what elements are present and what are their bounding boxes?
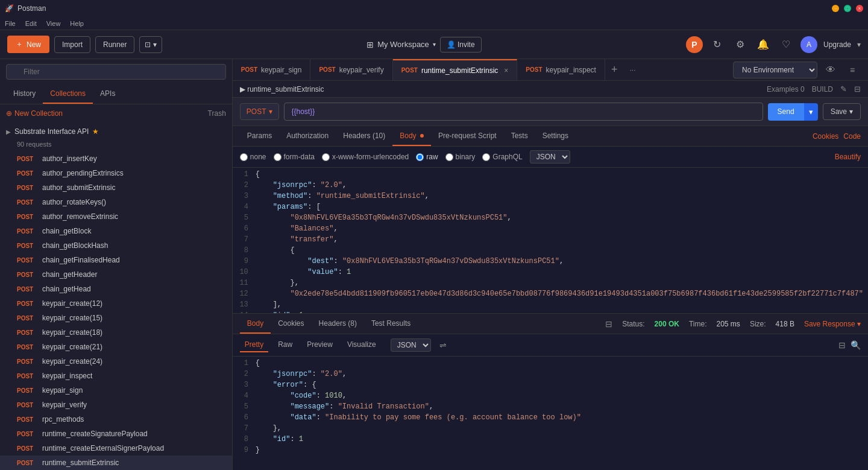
tab-runtime-submit[interactable]: POST runtime_submitExtrinsic × (393, 59, 518, 81)
list-item[interactable]: POST author_pendingExtrinsics (0, 166, 232, 180)
tab-keypair-verify[interactable]: POST keypair_verify (310, 59, 392, 81)
resp-opt-pretty[interactable]: Pretty (240, 338, 268, 352)
environment-selector[interactable]: No Environment (733, 62, 817, 78)
list-item[interactable]: POST author_insertKey (0, 151, 232, 166)
option-graphql[interactable]: GraphQL (482, 153, 522, 161)
list-item[interactable]: POST author_removeExtrinsic (0, 209, 232, 224)
search-response-button[interactable]: 🔍 (851, 340, 861, 350)
radio-raw[interactable] (416, 153, 424, 161)
list-item[interactable]: POST runtime_createSignaturePayload (0, 427, 232, 441)
resp-tab-body[interactable]: Body (240, 314, 271, 334)
list-item[interactable]: POST chain_getHeader (0, 267, 232, 282)
notifications-icon[interactable]: 🔔 (755, 36, 772, 53)
resp-tab-headers[interactable]: Headers (8) (312, 314, 364, 334)
tab-settings[interactable]: Settings (535, 127, 576, 146)
list-item[interactable]: POST keypair_create(24) (0, 354, 232, 369)
settings-icon[interactable]: ⚙ (732, 36, 749, 53)
collection-header[interactable]: ▶ Substrate Interface API ★ (0, 122, 232, 141)
menu-file[interactable]: File (5, 20, 16, 27)
new-collection-button[interactable]: ⊕ New Collection (6, 109, 63, 118)
resp-opt-preview[interactable]: Preview (302, 338, 338, 352)
copy-response-button[interactable]: ⊟ (838, 340, 846, 350)
menu-help[interactable]: Help (70, 20, 84, 27)
beautify-button[interactable]: Beautify (835, 153, 861, 161)
environment-edit-icon[interactable]: ≡ (844, 62, 861, 78)
build-button[interactable]: BUILD (812, 85, 833, 94)
workspace-button[interactable]: ⊞ My Workspace ▾ (366, 40, 436, 49)
wrap-lines-button[interactable]: ⇌ (439, 340, 447, 350)
method-selector[interactable]: POST ▾ (240, 103, 279, 120)
list-item[interactable]: POST rpc_methods (0, 412, 232, 427)
list-item[interactable]: POST chain_getFinalisedHead (0, 253, 232, 267)
resp-tab-test-results[interactable]: Test Results (364, 314, 418, 334)
request-body-editor[interactable]: 1 { 2 "jsonrpc": "2.0", 3 "method": "run… (233, 168, 868, 313)
list-item[interactable]: POST keypair_sign (0, 383, 232, 398)
tab-headers[interactable]: Headers (10) (336, 127, 392, 146)
list-item[interactable]: POST runtime_createExternalSignerPayload (0, 441, 232, 456)
list-item[interactable]: POST keypair_create(12) (0, 296, 232, 311)
layout-toggle[interactable]: ⊡ ▾ (139, 36, 162, 53)
environment-settings-icon[interactable]: 👁 (822, 62, 839, 78)
list-item[interactable]: POST keypair_inspect (0, 369, 232, 383)
edit-icon-button[interactable]: ✎ (840, 84, 847, 94)
tab-params[interactable]: Params (240, 127, 279, 146)
new-button[interactable]: ＋ New (7, 36, 49, 53)
radio-graphql[interactable] (482, 153, 490, 161)
menu-view[interactable]: View (46, 20, 61, 27)
option-urlencoded[interactable]: x-www-form-urlencoded (322, 153, 409, 161)
code-snippet-button[interactable]: ⊟ (854, 84, 861, 94)
save-response-button[interactable]: Save Response ▾ (804, 320, 861, 328)
list-item[interactable]: POST chain_getHead (0, 282, 232, 296)
tab-tests[interactable]: Tests (504, 127, 535, 146)
cookies-link[interactable]: Cookies (813, 132, 838, 141)
radio-form-data[interactable] (274, 153, 281, 161)
url-input[interactable] (284, 103, 763, 121)
option-raw[interactable]: raw (416, 153, 438, 161)
resp-tab-cookies[interactable]: Cookies (271, 314, 311, 334)
option-none[interactable]: none (240, 153, 266, 161)
add-tab-button[interactable]: + (605, 63, 624, 76)
maximize-button[interactable]: □ (844, 5, 851, 12)
tab-keypair-inspect[interactable]: POST keypair_inspect (517, 59, 605, 81)
upgrade-chevron[interactable]: ▾ (857, 40, 861, 49)
trash-link[interactable]: Trash (208, 109, 226, 118)
search-input[interactable] (6, 64, 226, 80)
list-item-active[interactable]: POST runtime_submitExtrinsic (0, 456, 232, 470)
option-binary[interactable]: binary (445, 153, 476, 161)
send-button[interactable]: Send (768, 103, 804, 121)
code-link[interactable]: Code (843, 132, 861, 141)
examples-button[interactable]: Examples 0 (767, 85, 805, 94)
heart-icon[interactable]: ♡ (778, 36, 794, 53)
sidebar-tab-history[interactable]: History (6, 84, 43, 104)
profile-icon[interactable]: A (800, 36, 817, 53)
invite-button[interactable]: 👤 Invite (440, 37, 482, 52)
tab-pre-request[interactable]: Pre-request Script (431, 127, 504, 146)
tab-close-icon[interactable]: × (504, 66, 508, 75)
list-item[interactable]: POST keypair_create(21) (0, 340, 232, 354)
radio-urlencoded[interactable] (322, 153, 330, 161)
list-item[interactable]: POST keypair_verify (0, 398, 232, 412)
send-dropdown-button[interactable]: ▾ (804, 103, 818, 121)
more-tabs-button[interactable]: ··· (623, 66, 641, 74)
sidebar-tab-apis[interactable]: APIs (93, 84, 122, 104)
user-avatar[interactable]: P (686, 36, 703, 53)
tab-body[interactable]: Body (392, 127, 431, 146)
radio-binary[interactable] (445, 153, 453, 161)
list-item[interactable]: POST keypair_create(18) (0, 325, 232, 340)
import-button[interactable]: Import (54, 36, 90, 53)
list-item[interactable]: POST author_rotateKeys() (0, 195, 232, 209)
sync-icon[interactable]: ↻ (709, 36, 726, 53)
upgrade-button[interactable]: Upgrade (823, 40, 851, 49)
response-format-selector[interactable]: JSON (391, 338, 431, 352)
tab-keypair-sign[interactable]: POST keypair_sign (233, 59, 311, 81)
option-form-data[interactable]: form-data (274, 153, 315, 161)
minimize-button[interactable]: － (832, 5, 839, 12)
list-item[interactable]: POST keypair_create(15) (0, 311, 232, 325)
radio-none[interactable] (240, 153, 248, 161)
sidebar-tab-collections[interactable]: Collections (43, 84, 93, 104)
list-item[interactable]: POST author_submitExtrinsic (0, 180, 232, 195)
format-selector[interactable]: JSON (530, 150, 570, 164)
close-button[interactable]: × (856, 5, 863, 12)
list-item[interactable]: POST chain_getBlock (0, 224, 232, 238)
list-item[interactable]: POST chain_getBlockHash (0, 238, 232, 253)
